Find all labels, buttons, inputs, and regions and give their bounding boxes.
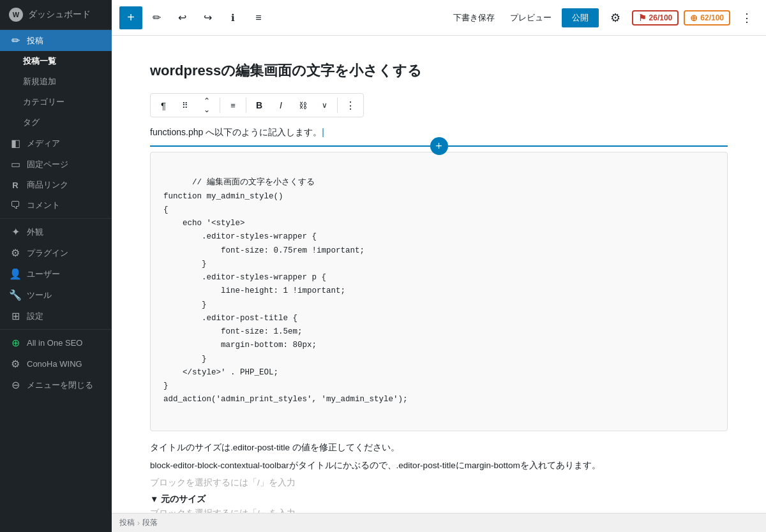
comments-label: コメント: [27, 200, 60, 211]
toolbar-divider-3: [337, 98, 338, 113]
link-button[interactable]: ⛓: [292, 95, 313, 115]
dashboard-label: ダッシュボード: [28, 9, 91, 20]
sidebar-divider-1: [0, 218, 112, 219]
aio-seo-label: All in One SEO: [27, 338, 82, 348]
undo-button[interactable]: ↩: [170, 6, 193, 29]
sidebar-item-aio-seo[interactable]: ⊕ All in One SEO: [0, 332, 112, 353]
move-up-down-button[interactable]: ⌃⌄: [197, 95, 217, 115]
tools-label: ツール: [27, 290, 52, 301]
sidebar-item-categories[interactable]: カテゴリー: [0, 92, 112, 112]
bold-button[interactable]: B: [249, 95, 269, 115]
wordpress-logo-icon: W: [9, 8, 23, 22]
speed-score-value: 62/100: [700, 13, 724, 22]
code-content: // 編集画面の文字を小さくする function my_admin_style…: [163, 178, 408, 404]
products-icon: R: [9, 181, 22, 190]
pages-icon: ▭: [9, 158, 22, 170]
toolbar-right: 下書き保存 プレビュー 公開 ⚙ ⚑ 26/100 ⊕ 62/100 ⋮: [448, 6, 758, 29]
conoha-label: ConoHa WING: [27, 359, 82, 369]
media-label: メディア: [27, 138, 60, 149]
redo-button[interactable]: ↪: [196, 6, 219, 29]
drag-handle-button[interactable]: ⠿: [175, 95, 195, 115]
settings-toggle-button[interactable]: ⚙: [604, 6, 627, 29]
sidebar-item-comments[interactable]: 🗨 コメント: [0, 195, 112, 216]
toolbar-left: + ✏ ↩ ↪ ℹ ≡: [119, 6, 270, 29]
posts-submenu: 投稿一覧 新規追加 カテゴリー タグ: [0, 51, 112, 133]
close-menu-icon: ⊖: [9, 379, 22, 391]
seo-score-value: 26/100: [649, 13, 673, 22]
paragraph-type-button[interactable]: ¶: [153, 95, 174, 115]
products-label: 商品リンク: [27, 179, 68, 191]
sidebar-item-tools[interactable]: 🔧 ツール: [0, 284, 112, 306]
sidebar-item-media[interactable]: ◧ メディア: [0, 133, 112, 154]
add-block-button[interactable]: +: [119, 6, 142, 29]
breadcrumb-sep-1: ›: [137, 519, 140, 528]
tags-label: タグ: [23, 117, 40, 128]
text-block-2[interactable]: block-editor-block-contextual-toolbarがタイ…: [150, 459, 728, 472]
publish-button[interactable]: 公開: [562, 8, 599, 27]
more-options-button[interactable]: ⋮: [735, 6, 758, 29]
comments-icon: 🗨: [9, 200, 22, 211]
edit-mode-button[interactable]: ✏: [145, 6, 168, 29]
more-rich-text-button[interactable]: ∨: [314, 95, 334, 115]
toolbar-divider-2: [246, 98, 246, 113]
sidebar-logo[interactable]: W ダッシュボード: [0, 0, 112, 30]
top-toolbar: + ✏ ↩ ↪ ℹ ≡ 下書き保存 プレビュー 公開 ⚙ ⚑ 26/100 ⊕ …: [112, 0, 766, 36]
sidebar-item-posts-list[interactable]: 投稿一覧: [0, 51, 112, 71]
preview-button[interactable]: プレビュー: [505, 8, 557, 27]
sidebar-item-tags[interactable]: タグ: [0, 112, 112, 133]
plugins-icon: ⚙: [9, 247, 22, 259]
breadcrumb-posts[interactable]: 投稿: [119, 517, 135, 528]
sidebar-item-products[interactable]: R 商品リンク: [0, 175, 112, 195]
sidebar-item-pages[interactable]: ▭ 固定ページ: [0, 154, 112, 175]
pages-label: 固定ページ: [27, 159, 68, 170]
posts-new-label: 新規追加: [23, 76, 56, 87]
align-button[interactable]: ≡: [223, 95, 243, 115]
list-view-button[interactable]: ≡: [247, 6, 270, 29]
users-label: ユーザー: [27, 269, 60, 280]
posts-label: 投稿: [27, 35, 43, 47]
seo-score-icon: ⚑: [638, 13, 647, 23]
text-placeholder-1[interactable]: ブロックを選択するには「/」を入力: [150, 477, 728, 489]
seo-score-badge[interactable]: ⚑ 26/100: [632, 10, 679, 26]
editor-area[interactable]: wordpressの編集画面の文字を小さくする ¶ ⠿ ⌃⌄ ≡ B I ⛓ ∨…: [112, 36, 766, 513]
posts-list-label: 投稿一覧: [23, 55, 56, 67]
sidebar-item-posts[interactable]: ✏ 投稿: [0, 30, 112, 51]
sidebar-divider-2: [0, 329, 112, 330]
breadcrumb-paragraph[interactable]: 段落: [142, 517, 158, 528]
block-toolbar: ¶ ⠿ ⌃⌄ ≡ B I ⛓ ∨ ⋮: [150, 93, 364, 117]
text-heading-1[interactable]: ▼ 元のサイズ: [150, 494, 728, 505]
sidebar-item-close-menu[interactable]: ⊖ メニューを閉じる: [0, 374, 112, 395]
insert-block-button[interactable]: +: [430, 137, 448, 155]
categories-label: カテゴリー: [23, 96, 64, 108]
italic-button[interactable]: I: [271, 95, 291, 115]
settings-label: 設定: [27, 311, 43, 322]
settings-icon: ⊞: [9, 310, 22, 322]
block-more-button[interactable]: ⋮: [340, 95, 361, 115]
sidebar-item-appearance[interactable]: ✦ 外観: [0, 221, 112, 242]
code-block[interactable]: // 編集画面の文字を小さくする function my_admin_style…: [150, 152, 728, 431]
sidebar-item-users[interactable]: 👤 ユーザー: [0, 263, 112, 284]
appearance-label: 外観: [27, 226, 43, 238]
main-area: + ✏ ↩ ↪ ℹ ≡ 下書き保存 プレビュー 公開 ⚙ ⚑ 26/100 ⊕ …: [112, 0, 766, 532]
aio-seo-icon: ⊕: [9, 337, 22, 349]
sidebar-item-plugins[interactable]: ⚙ プラグイン: [0, 242, 112, 263]
media-icon: ◧: [9, 137, 22, 149]
block-separator: +: [150, 145, 728, 147]
text-placeholder-2[interactable]: ブロックを選択するには「/」を入力: [150, 508, 728, 513]
posts-icon: ✏: [9, 34, 22, 47]
save-draft-button[interactable]: 下書き保存: [448, 8, 500, 27]
conoha-icon: ⚙: [9, 358, 22, 370]
sidebar-item-conoha[interactable]: ⚙ ConoHa WING: [0, 353, 112, 374]
users-icon: 👤: [9, 268, 22, 280]
appearance-icon: ✦: [9, 226, 22, 238]
tools-icon: 🔧: [9, 289, 22, 301]
sidebar: W ダッシュボード ✏ 投稿 投稿一覧 新規追加 カテゴリー タグ ◧ メディア…: [0, 0, 112, 532]
speed-score-icon: ⊕: [690, 13, 698, 23]
post-title[interactable]: wordpressの編集画面の文字を小さくする: [150, 61, 728, 80]
sidebar-item-posts-new[interactable]: 新規追加: [0, 71, 112, 92]
sidebar-item-settings[interactable]: ⊞ 設定: [0, 306, 112, 327]
info-button[interactable]: ℹ: [222, 6, 244, 29]
toolbar-divider-1: [220, 98, 220, 113]
speed-score-badge[interactable]: ⊕ 62/100: [684, 10, 730, 26]
text-block-1[interactable]: タイトルのサイズは.editor-post-title の値を修正してください。: [150, 441, 728, 454]
